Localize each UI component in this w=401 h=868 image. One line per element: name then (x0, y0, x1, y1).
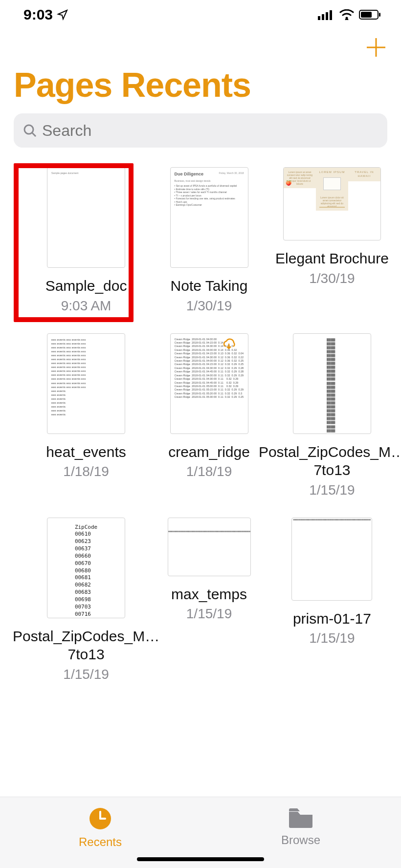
document-date: 1/30/19 (186, 298, 232, 314)
document-thumbnail: ▓▓▓▓▓▓▓▓▓▓▓▓▓▓▓▓▓▓▓▓▓▓▓▓▓▓▓▓▓▓▓▓▓▓▓▓▓▓▓▓… (291, 518, 372, 601)
svg-rect-0 (318, 16, 320, 20)
document-date: 1/15/19 (63, 667, 109, 682)
tab-label: Browse (281, 833, 320, 847)
folder-icon (288, 807, 313, 828)
thumb-date: Friday, March 30, 2018 (219, 172, 244, 177)
thumb-text: ZipCode 00610 00623 00637 00660 00670 00… (74, 522, 98, 618)
document-date: 1/15/19 (309, 482, 355, 498)
document-item[interactable]: ZipCode 00610 00623 00637 00660 00670 00… (10, 518, 162, 682)
cloud-download-icon (222, 338, 236, 352)
svg-rect-6 (361, 12, 372, 18)
svg-point-10 (24, 125, 33, 134)
document-item[interactable]: ▓▓▓▓▓▓▓▓▓▓▓▓▓▓▓▓▓▓▓▓▓▓▓▓▓▓▓▓▓▓▓▓▓▓▓▓▓▓▓▓… (256, 518, 401, 682)
document-date: 9:03 AM (61, 298, 111, 314)
thumb-text: LOREM IPSUM (316, 168, 348, 174)
nav-bar (0, 29, 401, 60)
document-thumbnail: ZipCode 00610 00623 00637 00660 00670 00… (47, 518, 125, 618)
documents-grid: Sample pages document Sample_doc 9:03 AM… (0, 148, 401, 692)
document-item[interactable]: ▓▓▓▓▓▓▓▓▓▓▓▓▓▓▓▓▓▓▓▓▓▓▓▓▓▓▓▓▓▓▓▓▓▓▓▓▓▓▓▓… (165, 518, 253, 682)
document-thumbnail: Lorem ipsum et amet consect etur adip is… (283, 167, 381, 240)
document-title: max_temps (168, 585, 250, 604)
add-button[interactable] (364, 35, 388, 60)
battery-icon (359, 9, 381, 20)
document-thumbnail: Cream Ridge 2018-01-01 04:00:00 Cream Ri… (170, 333, 248, 434)
svg-rect-1 (322, 14, 324, 20)
clock-icon (89, 807, 112, 830)
thumb-text: Sample pages document (51, 172, 121, 175)
search-field[interactable] (14, 113, 387, 148)
document-date: 1/18/19 (63, 464, 109, 479)
document-thumbnail: ▓▓▓▓▓▓▓▓▓▓▓▓▓▓▓▓▓▓▓▓▓▓▓▓▓▓▓▓▓▓▓▓▓▓▓▓▓▓▓▓… (293, 333, 371, 434)
document-title: cream_ridge (165, 443, 253, 461)
status-time: 9:03 (23, 6, 53, 23)
document-date: 1/15/19 (186, 606, 232, 622)
page-title: Pages Recents (0, 60, 401, 113)
document-title: Postal_ZipCodes_M…7to13 (256, 443, 401, 479)
document-date: 1/18/19 (186, 464, 232, 479)
location-icon (57, 9, 68, 21)
thumb-text: TRAVEL IN HAWAII (348, 168, 380, 181)
document-item[interactable]: Sample pages document Sample_doc 9:03 AM (10, 167, 162, 314)
document-item[interactable]: Cream Ridge 2018-01-01 04:00:00 Cream Ri… (165, 333, 253, 498)
svg-point-4 (346, 17, 348, 20)
thumb-heading: Due Diligence (175, 172, 204, 177)
search-input[interactable] (42, 122, 379, 140)
svg-rect-3 (330, 10, 332, 20)
home-indicator[interactable] (137, 857, 264, 861)
document-title: Postal_ZipCodes_M…7to13 (10, 627, 162, 664)
document-title: Note Taking (168, 277, 251, 295)
document-item[interactable]: Due Diligence Friday, March 30, 2018 Bus… (165, 167, 253, 314)
document-title: heat_events (43, 443, 129, 461)
svg-line-11 (32, 133, 36, 136)
document-date: 1/30/19 (309, 271, 355, 286)
document-title: prism-01-17 (290, 609, 374, 628)
document-date: 1/15/19 (309, 630, 355, 646)
document-thumbnail: ees events ess events essees events ess … (47, 333, 125, 434)
svg-rect-2 (326, 12, 328, 20)
document-item[interactable]: Lorem ipsum et amet consect etur adip is… (256, 167, 401, 314)
document-item[interactable]: ▓▓▓▓▓▓▓▓▓▓▓▓▓▓▓▓▓▓▓▓▓▓▓▓▓▓▓▓▓▓▓▓▓▓▓▓▓▓▓▓… (256, 333, 401, 498)
document-thumbnail: ▓▓▓▓▓▓▓▓▓▓▓▓▓▓▓▓▓▓▓▓▓▓▓▓▓▓▓▓▓▓▓▓▓▓▓▓▓▓▓▓… (168, 518, 251, 576)
document-thumbnail: Sample pages document (47, 167, 125, 268)
document-title: Sample_doc (43, 277, 130, 295)
wifi-icon (339, 9, 354, 20)
tab-label: Recents (79, 835, 122, 849)
svg-rect-7 (379, 13, 380, 17)
document-item[interactable]: ees events ess events essees events ess … (10, 333, 162, 498)
document-title: Elegant Brochure (272, 249, 392, 268)
cell-signal-icon (318, 9, 334, 20)
search-icon (22, 123, 37, 138)
document-thumbnail: Due Diligence Friday, March 30, 2018 Bus… (170, 167, 248, 268)
status-bar: 9:03 (0, 0, 401, 29)
